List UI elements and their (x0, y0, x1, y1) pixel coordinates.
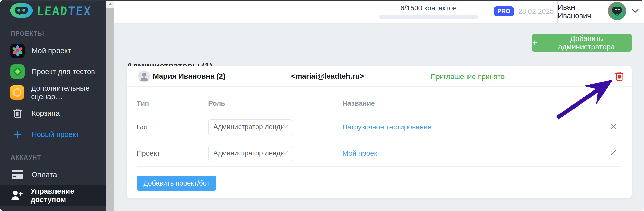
x-icon (610, 123, 617, 130)
role-select-value: Администратор лендин (213, 123, 283, 131)
leadtex-app: LEADTEX ПРОЕКТЫ Мой пр (0, 0, 644, 211)
row-type: Проект (137, 149, 160, 157)
remove-row-button[interactable] (609, 149, 618, 158)
column-header-type: Тип (137, 100, 149, 108)
contacts-progress-bar (379, 15, 478, 19)
plan-expiry-date: 28.02.2025 (518, 7, 554, 16)
sidebar-item-payment[interactable]: Оплата (0, 164, 106, 185)
logo-lead: LEAD (36, 4, 68, 18)
content: Администраторы (1) + Добавить администра… (114, 23, 644, 211)
admin-name: Мария Ивановна (2) (153, 72, 226, 81)
trash-icon (10, 108, 25, 119)
red-trash-icon (615, 71, 624, 81)
contacts-label: 6/1500 контактов (400, 4, 457, 12)
role-select-value: Администратор лендин (213, 149, 283, 157)
logo[interactable]: LEADTEX (0, 0, 106, 22)
sidebar-item-test-project[interactable]: Проект для тестов (0, 61, 106, 82)
robot-logo-icon (10, 3, 33, 19)
credit-card-icon (10, 170, 25, 179)
pro-badge: PRO (494, 6, 514, 16)
sidebar-item-label: Проект для тестов (32, 68, 95, 76)
main-area: 6/1500 контактов PRO 28.02.2025 Иван Ива… (114, 0, 644, 211)
role-select[interactable]: Администратор лендин (208, 146, 292, 161)
sidebar-item-my-project[interactable]: Мой проект (0, 40, 106, 61)
scrollbar-thumb[interactable] (106, 8, 114, 211)
column-header-role: Роль (208, 100, 225, 108)
admin-card: Мария Ивановна (2) <mariai@leadteh.ru> П… (127, 66, 632, 198)
add-admin-button-label: Добавить администратора (541, 34, 632, 51)
person-silhouette-icon (138, 70, 150, 83)
x-icon (610, 149, 617, 157)
project-link[interactable]: Мой проект (342, 149, 381, 157)
sidebar-item-access-management[interactable]: Управление доступом (0, 185, 106, 206)
table-divider (137, 166, 621, 167)
add-project-bot-button[interactable]: Добавить проект/бот (137, 176, 216, 191)
sidebar-item-label: Мой проект (32, 47, 71, 55)
row-type: Бот (137, 123, 148, 131)
plus-icon: + (532, 38, 537, 47)
sidebar-scrollbar[interactable] (106, 0, 114, 211)
add-admin-button[interactable]: + Добавить администратора (532, 34, 632, 52)
sidebar-item-label: Оплата (32, 170, 57, 179)
table-row: Проект Администратор лендин Мой проект (137, 140, 621, 166)
sidebar-item-label: Управление доступом (31, 187, 106, 204)
admin-status: Приглашение принято (431, 73, 505, 81)
logo-tex: TEX (67, 4, 92, 18)
role-select[interactable]: Администратор лендин (208, 119, 292, 135)
contacts-usage: 6/1500 контактов (367, 0, 490, 23)
sidebar-item-extra-scenarios[interactable]: Дополнительные сценар… (0, 82, 106, 103)
bot-link[interactable]: Нагрузочное тестирование (342, 123, 431, 131)
plan-info: PRO 28.02.2025 (490, 0, 557, 23)
topbar: 6/1500 контактов PRO 28.02.2025 Иван Ива… (114, 0, 644, 23)
user-menu[interactable]: Иван Иванович (557, 0, 644, 23)
chevron-down-icon (283, 151, 288, 156)
diamond-project-icon (10, 64, 25, 79)
sidebar-item-label: Новый проект (32, 130, 79, 139)
logo-text: LEADTEX (36, 4, 92, 18)
admin-email: <mariai@leadteh.ru> (291, 72, 364, 81)
remove-row-button[interactable] (609, 123, 618, 131)
chevron-down-icon (283, 125, 288, 129)
plus-icon: + (10, 128, 25, 141)
sidebar-item-trash[interactable]: Корзина (0, 103, 106, 124)
table-row: Бот Администратор лендин Нагрузочное тес… (137, 114, 621, 140)
person-add-icon (10, 190, 24, 201)
user-name: Иван Иванович (558, 3, 603, 20)
circle-project-icon (10, 85, 24, 100)
sidebar-item-label: Дополнительные сценар… (31, 84, 106, 101)
sidebar: LEADTEX ПРОЕКТЫ Мой пр (0, 0, 106, 211)
delete-admin-button[interactable] (615, 71, 624, 82)
chevron-down-icon[interactable] (631, 9, 639, 14)
scroll-up-button[interactable] (106, 0, 114, 8)
contacts-progress-fill (379, 15, 380, 19)
column-header-name: Название (342, 100, 375, 108)
flower-project-icon (10, 44, 25, 58)
sidebar-item-label: Корзина (32, 109, 60, 118)
sidebar-section-projects: ПРОЕКТЫ (0, 22, 106, 40)
triangle-up-icon (108, 3, 112, 5)
admin-card-header: Мария Ивановна (2) <mariai@leadteh.ru> П… (127, 66, 632, 87)
sidebar-item-new-project[interactable]: + Новый проект (0, 124, 106, 145)
sidebar-section-account: АККАУНТ (0, 145, 106, 164)
avatar[interactable] (608, 2, 626, 21)
